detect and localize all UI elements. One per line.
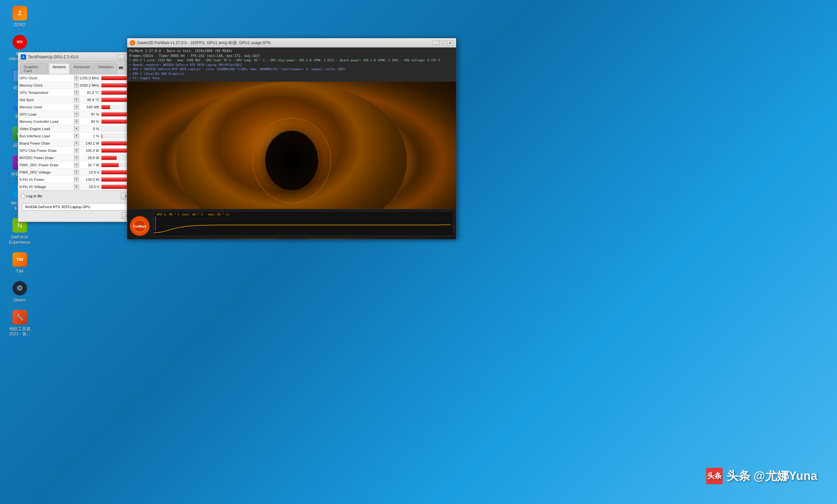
furmark-info-line-1: FurMark 1.27.0.0 - Burn-in test, 1920x10… <box>129 49 454 53</box>
sensor-row-8pin-power: 8-Pin #1 Power ▼ 134.0 W <box>18 176 141 183</box>
furmark-maximize-button[interactable]: □ <box>440 40 446 46</box>
sensor-dropdown-mvddc[interactable]: ▼ <box>74 155 79 160</box>
sensor-name-gpu-temp: GPU Temperature <box>19 91 74 94</box>
watermark-author: 头条 @尤娜Yuna <box>727 468 817 484</box>
furmark-bottom-bar: FurMark GPU 1: 80 ° C (min: 44 ° C - max… <box>127 209 456 238</box>
sensor-name-pwr-src-voltage: PWR_SRC Voltage <box>19 170 74 174</box>
sensor-row-pwr-src-power: PWR_SRC Power Draw ▼ 34.7 W <box>18 161 141 169</box>
sensor-name-gpu-clock: GPU Clock <box>19 76 74 80</box>
sensor-dropdown-memory-clock[interactable]: ▼ <box>74 83 79 88</box>
furmark-info-bar: FurMark 1.27.0.0 - Burn-in test, 1920x10… <box>127 48 456 82</box>
sensor-dropdown-gpu-load[interactable]: ▼ <box>74 112 79 117</box>
sensor-row-gpu-load: GPU Load ▼ 97 % <box>18 111 141 118</box>
sensor-name-8pin-power: 8-Pin #1 Power <box>19 178 74 181</box>
sensor-row-pwr-src-voltage: PWR_SRC Voltage ▼ 13.9 V <box>18 169 141 176</box>
sensor-name-bus-interface: Bus Interface Load <box>19 134 74 138</box>
sensor-dropdown-mem-ctrl-load[interactable]: ▼ <box>74 119 79 124</box>
furmark-titlebar[interactable]: F Geeks3D FurMark v1.27.0.0 - 162FPS, GP… <box>127 38 456 48</box>
furmark-close-button[interactable]: ✕ <box>447 40 453 46</box>
log-checkbox-area: Log to file <box>21 194 42 198</box>
sensor-name-gpu-load: GPU Load <box>19 112 74 116</box>
sensor-row-chip-power: GPU Chip Power Draw ▼ 105.4 W <box>18 147 141 154</box>
sensor-dropdown-board-power[interactable]: ▼ <box>74 141 79 146</box>
gpuz-window: Z TechPowerUp GPU-Z 2.43.0 _ □ ✕ Graphic… <box>18 52 142 222</box>
msi-icon: MSI <box>13 35 27 49</box>
geforce-label: GeForceExperience <box>9 235 30 245</box>
sensor-name-chip-power: GPU Chip Power Draw <box>19 148 74 152</box>
tab-advanced[interactable]: Advanced <box>70 63 94 74</box>
desktop-icon-tim[interactable]: TIM TIM <box>5 250 35 276</box>
furmark-temperature-graph: GPU 1: 80 ° C (min: 44 ° C - max: 81 ° C… <box>154 211 453 236</box>
sensor-value-8pin-voltage: 19.0 V <box>79 185 101 189</box>
sensor-dropdown-chip-power[interactable]: ▼ <box>74 148 79 153</box>
zero-icon: Z <box>13 6 27 20</box>
sensor-dropdown-8pin-power[interactable]: ▼ <box>74 177 79 182</box>
tab-sensors[interactable]: Sensors <box>49 63 69 74</box>
sensor-bar-chip-power <box>102 148 129 152</box>
gpuz-footer: Log to file Reset <box>18 191 141 201</box>
sensor-row-bus-interface: Bus Interface Load ▼ 1 % <box>18 132 141 140</box>
sensor-row-hot-spot: Hot Spot ▼ 90.9 °C <box>18 96 141 104</box>
furmark-info-line-6: > GPU 2 (Intel(R) UHD Graphics) <box>129 72 454 76</box>
sensor-name-mem-ctrl-load: Memory Controller Load <box>19 120 74 124</box>
furmark-bottom-logo: FurMark <box>130 216 149 236</box>
sensor-name-memory-clock: Memory Clock <box>19 83 74 87</box>
sensor-bar-pwr-src-power <box>102 163 119 167</box>
sensor-name-pwr-src-power: PWR_SRC Power Draw <box>19 163 74 167</box>
toolbar-camera-icon[interactable]: 📷 <box>118 64 124 70</box>
sensor-dropdown-gpu-temp[interactable]: ▼ <box>74 90 79 95</box>
sensor-row-mem-ctrl-load: Memory Controller Load ▼ 89 % <box>18 118 141 125</box>
tim-label: TIM <box>16 269 23 274</box>
sensor-dropdown-pwr-src-voltage[interactable]: ▼ <box>74 170 79 175</box>
sensor-value-pwr-src-power: 34.7 W <box>79 163 101 167</box>
sensor-dropdown-memory-used[interactable]: ▼ <box>74 104 79 110</box>
furmark-info-line-4: > OpenGL renderer: NVIDIA GeForce RTX 30… <box>129 63 454 68</box>
minimize-button[interactable]: _ <box>117 54 124 60</box>
steam-label: Steam <box>14 298 26 303</box>
eye-pupil <box>265 131 318 190</box>
sensor-value-pwr-src-voltage: 13.9 V <box>79 170 101 174</box>
sensor-value-memory-used: 540 MB <box>79 105 101 109</box>
tools-label: 地软工具箱2021 - 装... <box>9 326 31 337</box>
furmark-window: F Geeks3D FurMark v1.27.0.0 - 162FPS, GP… <box>127 38 457 239</box>
tools-icon: 🔧 <box>13 310 27 324</box>
desktop-icon-zero[interactable]: Z ZERO <box>5 3 35 30</box>
sensor-value-hot-spot: 90.9 °C <box>79 98 101 102</box>
sensor-dropdown-hot-spot[interactable]: ▼ <box>74 97 79 103</box>
sensor-dropdown-video-engine[interactable]: ▼ <box>74 126 79 131</box>
gpuz-titlebar[interactable]: Z TechPowerUp GPU-Z 2.43.0 _ □ ✕ <box>18 52 141 62</box>
sensor-name-hot-spot: Hot Spot <box>19 98 74 102</box>
sensor-name-board-power: Board Power Draw <box>19 141 74 145</box>
furmark-info-line-3: [ GPU-Z ] core: 1335 MHz - mem: 1500 MHz… <box>129 58 454 63</box>
desktop-icon-steam[interactable]: ⚙ Steam <box>5 278 35 305</box>
sensor-value-mem-ctrl-load: 89 % <box>79 120 101 124</box>
sensor-row-mvddc: MVDDC Power Draw ▼ 28.6 W <box>18 154 141 161</box>
log-checkbox[interactable] <box>21 194 25 198</box>
furmark-title-left: F Geeks3D FurMark v1.27.0.0 - 162FPS, GP… <box>130 40 271 46</box>
furmark-minimize-button[interactable]: _ <box>432 40 439 46</box>
furmark-info-line-7: > F1: toggle help <box>129 76 454 81</box>
tab-validation[interactable]: Validation <box>94 63 117 74</box>
furmark-title-text: Geeks3D FurMark v1.27.0.0 - 162FPS, GPU1… <box>137 40 271 46</box>
watermark-logo-icon: 头条 <box>706 468 723 484</box>
log-label: Log to file <box>26 194 42 198</box>
desktop-icon-tools[interactable]: 🔧 地软工具箱2021 - 装... <box>5 307 35 339</box>
tab-graphics-card[interactable]: Graphics Card <box>20 63 48 74</box>
sensor-bar-mvddc <box>102 156 117 160</box>
sensor-name-mvddc: MVDDC Power Draw <box>19 156 74 160</box>
sensor-value-gpu-temp: 81.0 °C <box>79 91 101 94</box>
gpu-select[interactable]: NVIDIA GeForce RTX 3070 Laptop GPU <box>22 203 138 211</box>
sensor-dropdown-bus-interface[interactable]: ▼ <box>74 133 79 139</box>
svg-text:FurMark: FurMark <box>133 224 146 228</box>
furmark-info-line-5: > GPU 1 (NVIDIA GeForce RTX 3070 Laptop)… <box>129 67 454 72</box>
sensor-value-bus-interface: 1 % <box>79 134 101 138</box>
sensor-dropdown-8pin-voltage[interactable]: ▼ <box>74 184 79 190</box>
sensor-name-8pin-voltage: 8-Pin #1 Voltage <box>19 185 74 189</box>
sensor-row-video-engine: Video Engine Load ▼ 0 % <box>18 125 141 132</box>
sensor-dropdown-pwr-src-power[interactable]: ▼ <box>74 162 79 168</box>
sensor-dropdown-gpu-clock[interactable]: ▼ <box>74 75 79 81</box>
steam-icon: ⚙ <box>13 281 27 295</box>
furmark-info-line-2: Frames:55814 - Timer:8085:44 - FPS:162 (… <box>129 53 454 58</box>
tim-icon: TIM <box>13 252 27 267</box>
sensor-value-board-power: 140.1 W <box>79 141 101 145</box>
